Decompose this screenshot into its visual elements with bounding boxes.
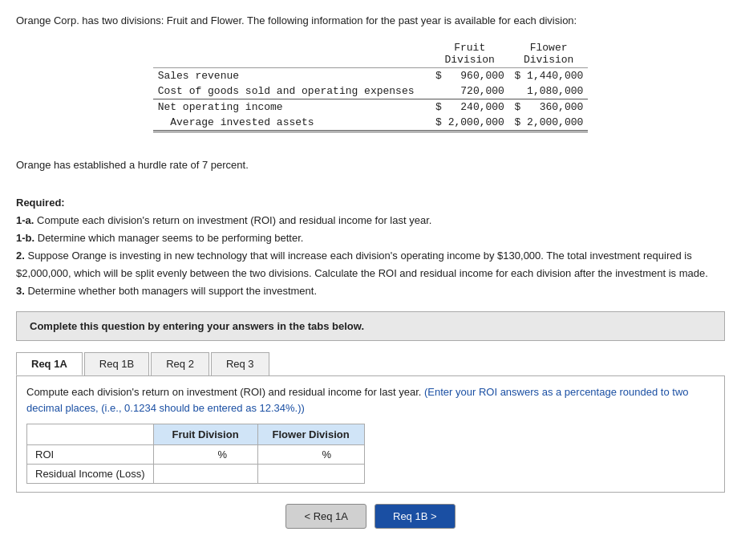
fruit-assets: $ 2,000,000: [431, 115, 509, 132]
complete-box-text: Complete this question by entering your …: [30, 320, 364, 332]
answer-table-empty-header: [27, 424, 154, 445]
roi-flower-percent: %: [322, 448, 332, 461]
roi-label: ROI: [27, 445, 154, 465]
tab-req3[interactable]: Req 3: [211, 352, 269, 375]
row-label-cogs: Cost of goods sold and operating expense…: [153, 83, 431, 99]
row-label-assets: Average invested assets: [153, 115, 431, 132]
table-row: Cost of goods sold and operating expense…: [153, 83, 589, 99]
answer-row-roi: ROI % %: [27, 445, 365, 465]
tab-content-req1a: Compute each division's return on invest…: [16, 376, 725, 493]
table-row: Average invested assets $ 2,000,000 $ 2,…: [153, 115, 589, 132]
row-label-noi: Net operating income: [153, 99, 431, 115]
fruit-division-col-header: Fruit Division: [153, 424, 257, 445]
fruit-division-header: FruitDivision: [431, 40, 509, 68]
data-table: FruitDivision FlowerDivision Sales reven…: [153, 40, 589, 132]
residual-fruit-input[interactable]: [160, 468, 233, 480]
required-section: Required: 1-a. Compute each division's r…: [16, 194, 725, 301]
residual-flower-cell: [257, 465, 364, 484]
fruit-sales: $ 960,000: [431, 67, 509, 83]
complete-box: Complete this question by entering your …: [16, 311, 725, 341]
fruit-cogs: 720,000: [431, 83, 509, 99]
req-1b-label: 1-b. Determine which manager seems to be…: [16, 232, 303, 244]
table-empty-header: [153, 40, 431, 68]
roi-fruit-input[interactable]: [160, 448, 217, 461]
roi-fruit-percent: %: [218, 448, 228, 461]
flower-division-header: FlowerDivision: [509, 40, 588, 68]
prev-button[interactable]: < Req 1A: [285, 504, 366, 529]
table-row: Net operating income $ 240,000 $ 360,000: [153, 99, 589, 115]
intro-text: Orange Corp. has two divisions: Fruit an…: [16, 13, 725, 29]
req-3-label: 3. Determine whether both managers will …: [16, 285, 317, 297]
footer-buttons: < Req 1A Req 1B >: [16, 504, 725, 529]
tab-instruction: Compute each division's return on invest…: [26, 384, 715, 416]
req-1a-label: 1-a. Compute each division's return on i…: [16, 214, 431, 226]
answer-table: Fruit Division Flower Division ROI % %: [26, 424, 365, 484]
roi-fruit-cell: %: [153, 445, 257, 465]
fruit-noi: $ 240,000: [431, 99, 509, 115]
flower-sales: $ 1,440,000: [509, 67, 588, 83]
roi-flower-cell: %: [257, 445, 364, 465]
residual-label: Residual Income (Loss): [27, 465, 154, 484]
residual-fruit-cell: [153, 465, 257, 484]
tab-req1b[interactable]: Req 1B: [84, 352, 149, 375]
flower-cogs: 1,080,000: [509, 83, 588, 99]
next-button[interactable]: Req 1B >: [375, 504, 456, 529]
row-label-sales: Sales revenue: [153, 67, 431, 83]
tab-req1a[interactable]: Req 1A: [16, 352, 83, 375]
flower-assets: $ 2,000,000: [509, 115, 588, 132]
hurdle-text: Orange has established a hurdle rate of …: [16, 159, 725, 171]
required-title: Required:: [16, 197, 65, 209]
instruction-plain: Compute each division's return on invest…: [26, 386, 424, 398]
roi-flower-input[interactable]: [265, 448, 321, 461]
answer-row-residual: Residual Income (Loss): [27, 465, 365, 484]
tab-req2[interactable]: Req 2: [151, 352, 209, 375]
residual-flower-input[interactable]: [265, 468, 337, 480]
table-row: Sales revenue $ 960,000 $ 1,440,000: [153, 67, 589, 83]
flower-noi: $ 360,000: [509, 99, 588, 115]
tabs-row: Req 1A Req 1B Req 2 Req 3: [16, 352, 725, 376]
req-2-label: 2. Suppose Orange is investing in new te…: [16, 250, 708, 279]
flower-division-col-header: Flower Division: [257, 424, 364, 445]
